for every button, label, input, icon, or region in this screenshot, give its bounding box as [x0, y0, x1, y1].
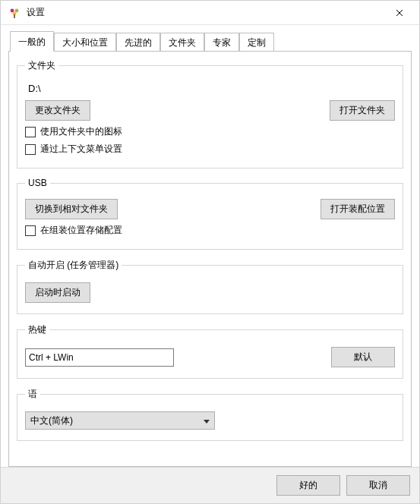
switch-relative-folder-button[interactable]: 切换到相对文件夹 [25, 199, 118, 219]
group-language: 语 中文(简体) [17, 388, 403, 441]
checkbox-label: 通过上下文菜单设置 [40, 143, 122, 156]
titlebar: 设置 [1, 1, 419, 25]
checkbox-label: 在组装位置存储配置 [40, 224, 122, 237]
ok-button[interactable]: 好的 [276, 475, 340, 496]
tabstrip: 一般的 大小和位置 先进的 文件夹 专家 定制 [8, 33, 412, 51]
svg-rect-3 [14, 14, 15, 18]
client-area: 一般的 大小和位置 先进的 文件夹 专家 定制 文件夹 D:\ 更改文件夹 打开… [1, 25, 419, 503]
chevron-down-icon [204, 417, 210, 425]
hotkey-input[interactable] [25, 348, 174, 367]
tab-panel-general: 文件夹 D:\ 更改文件夹 打开文件夹 使用文件夹中的图标 通过上下文菜单设置 … [8, 51, 412, 467]
group-hotkey: 热键 默认 [17, 323, 403, 379]
checkbox-label: 使用文件夹中的图标 [40, 125, 122, 138]
open-assembly-location-button[interactable]: 打开装配位置 [321, 199, 395, 219]
dialog-footer: 好的 取消 [1, 467, 419, 503]
tab-advanced[interactable]: 先进的 [116, 33, 160, 52]
group-autostart: 自动开启 (任务管理器) 启动时启动 [17, 259, 403, 314]
group-hotkey-legend: 热键 [25, 323, 49, 336]
settings-window: 设置 一般的 大小和位置 先进的 文件夹 专家 定制 文件夹 D:\ 更改文件夹… [0, 0, 420, 504]
group-language-legend: 语 [25, 388, 40, 401]
language-select-value: 中文(简体) [30, 414, 73, 427]
checkbox-context-menu-settings[interactable]: 通过上下文菜单设置 [25, 143, 395, 156]
language-select[interactable]: 中文(简体) [25, 411, 215, 430]
open-folder-button[interactable]: 打开文件夹 [330, 100, 395, 121]
app-icon [8, 7, 21, 19]
svg-point-0 [11, 8, 14, 12]
group-folders-legend: 文件夹 [25, 59, 58, 72]
checkbox-box [25, 225, 36, 236]
tab-general[interactable]: 一般的 [10, 31, 54, 52]
group-folders: 文件夹 D:\ 更改文件夹 打开文件夹 使用文件夹中的图标 通过上下文菜单设置 [17, 59, 403, 169]
cancel-button[interactable]: 取消 [346, 475, 410, 496]
tab-size-position[interactable]: 大小和位置 [54, 33, 116, 52]
close-button[interactable] [383, 1, 416, 24]
tab-folders[interactable]: 文件夹 [160, 33, 204, 52]
checkbox-use-folder-icons[interactable]: 使用文件夹中的图标 [25, 125, 395, 138]
checkbox-box [25, 127, 36, 137]
group-usb-legend: USB [25, 178, 50, 188]
tab-expert[interactable]: 专家 [204, 33, 239, 52]
group-usb: USB 切换到相对文件夹 打开装配位置 在组装位置存储配置 [17, 178, 403, 250]
hotkey-default-button[interactable]: 默认 [331, 347, 395, 367]
folder-path: D:\ [28, 83, 395, 94]
autostart-button[interactable]: 启动时启动 [25, 282, 90, 303]
change-folder-button[interactable]: 更改文件夹 [25, 100, 90, 121]
window-title: 设置 [27, 6, 45, 19]
group-autostart-legend: 自动开启 (任务管理器) [25, 259, 122, 272]
svg-point-1 [15, 8, 19, 12]
checkbox-box [25, 144, 36, 155]
tab-customize[interactable]: 定制 [239, 33, 274, 52]
checkbox-store-config-assembly[interactable]: 在组装位置存储配置 [25, 224, 395, 237]
